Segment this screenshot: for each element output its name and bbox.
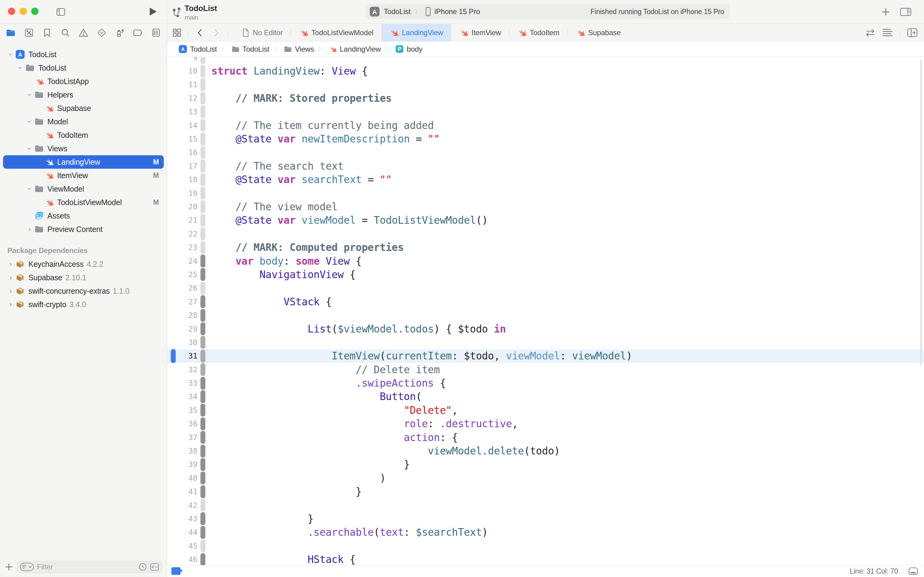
sidebar-item-todolist[interactable]: ›TodoList	[3, 61, 164, 74]
zoom-window-button[interactable]	[31, 8, 39, 15]
breadcrumb-item-landingview[interactable]: LandingView	[329, 45, 381, 54]
scrollbar[interactable]	[920, 60, 922, 365]
code-line-19[interactable]: 19	[167, 187, 924, 200]
disclosure-open-icon[interactable]: ›	[16, 64, 25, 72]
add-tab-icon[interactable]	[881, 7, 890, 16]
code-line-39[interactable]: 39 }	[167, 458, 924, 471]
code-line-9[interactable]: 9	[167, 57, 924, 64]
code-line-36[interactable]: 36 role: .destructive,	[167, 417, 924, 430]
sidebar-item-viewmodel[interactable]: ›ViewModel	[3, 182, 164, 196]
breadcrumb-item-body[interactable]: Pbody	[395, 45, 422, 53]
toggle-right-sidebar-icon[interactable]	[900, 7, 912, 17]
disclosure-closed-icon[interactable]: ›	[6, 260, 15, 268]
debug-spray-icon[interactable]	[114, 27, 125, 38]
code-line-44[interactable]: 44 .searchable(text: $searchText)	[167, 525, 924, 539]
breadcrumb-item-todolist[interactable]: TodoList	[232, 45, 269, 53]
code-line-33[interactable]: 33 .swipeActions {	[167, 376, 924, 390]
code-line-38[interactable]: 38 viewModel.delete(todo)	[167, 444, 924, 458]
code-line-37[interactable]: 37 action: {	[167, 430, 924, 444]
code-line-20[interactable]: 20 // The view model	[167, 200, 924, 213]
code-line-15[interactable]: 15 @State var newItemDescription = ""	[167, 132, 924, 145]
code-line-32[interactable]: 32 // Delete item	[167, 363, 924, 376]
code-line-42[interactable]: 42	[167, 498, 924, 512]
breadcrumb-item-todolist[interactable]: ATodoList	[179, 45, 217, 53]
issue-warning-icon[interactable]	[78, 27, 89, 38]
code-line-34[interactable]: 34 Button(	[167, 390, 924, 403]
code-line-11[interactable]: 11	[167, 78, 924, 91]
code-line-40[interactable]: 40 )	[167, 471, 924, 485]
code-line-31[interactable]: 31 ItemView(currentItem: $todo, viewMode…	[167, 349, 924, 363]
package-item-swift-concurrency-extras[interactable]: ›swift-concurrency-extras1.1.0	[3, 284, 164, 298]
code-line-27[interactable]: 27 VStack {	[167, 295, 924, 308]
scheme-status-pill[interactable]: A TodoList 〉 iPhone 15 Pro Finished runn…	[365, 4, 730, 19]
code-line-12[interactable]: 12 // MARK: Stored properties	[167, 91, 924, 105]
code-line-43[interactable]: 43 }	[167, 512, 924, 525]
forward-icon[interactable]	[211, 27, 222, 38]
tab-todolistviewmodel[interactable]: TodoListViewModel	[291, 24, 382, 41]
bookmark-icon[interactable]	[42, 27, 52, 38]
sidebar-item-itemview[interactable]: ItemViewM	[3, 169, 164, 182]
add-item-icon[interactable]	[5, 563, 13, 571]
tab-todoitem[interactable]: TodoItem	[509, 24, 567, 41]
disclosure-open-icon[interactable]: ›	[25, 185, 34, 193]
package-item-supabase[interactable]: ›Supabase2.10.1	[3, 271, 164, 284]
add-editor-icon[interactable]	[907, 28, 918, 38]
source-control-summary[interactable]: TodoList main	[172, 4, 217, 21]
sidebar-item-preview-content[interactable]: ›Preview Content	[3, 222, 164, 236]
scheme-target[interactable]: TodoList	[384, 7, 410, 16]
sidebar-item-todolistviewmodel[interactable]: TodoListViewModelM	[3, 196, 164, 209]
sidebar-item-views[interactable]: ›Views	[3, 142, 164, 155]
code-line-10[interactable]: 10struct LandingView: View {	[167, 64, 924, 77]
back-icon[interactable]	[195, 27, 205, 38]
disclosure-open-icon[interactable]: ›	[25, 144, 34, 153]
disclosure-open-icon[interactable]: ›	[25, 118, 34, 126]
swap-editors-icon[interactable]	[865, 28, 876, 37]
editor-grid-icon[interactable]	[172, 27, 182, 38]
tab-landingview[interactable]: LandingView	[382, 24, 451, 41]
report-list-icon[interactable]	[151, 27, 161, 38]
code-line-17[interactable]: 17 // The search text	[167, 159, 924, 172]
disclosure-closed-icon[interactable]: ›	[6, 273, 15, 282]
sidebar-item-todolistapp[interactable]: TodoListApp	[3, 74, 164, 88]
code-line-23[interactable]: 23 // MARK: Computed properties	[167, 240, 924, 254]
sidebar-item-todolist[interactable]: ›ATodoList	[3, 48, 164, 61]
code-line-25[interactable]: 25 NavigationView {	[167, 268, 924, 281]
jump-bar-breadcrumb[interactable]: ATodoList〉TodoList〉Views〉LandingView〉Pbo…	[167, 42, 924, 57]
code-line-46[interactable]: 46 HStack {	[167, 553, 924, 565]
disclosure-open-icon[interactable]: ›	[6, 50, 15, 59]
recent-clock-icon[interactable]	[138, 562, 147, 571]
toggle-left-sidebar-icon[interactable]	[56, 7, 66, 17]
code-line-16[interactable]: 16	[167, 146, 924, 159]
code-line-24[interactable]: 24 var body: some View {	[167, 254, 924, 268]
sidebar-item-assets[interactable]: Assets	[3, 209, 164, 222]
code-line-41[interactable]: 41 }	[167, 485, 924, 498]
code-area[interactable]: 910struct LandingView: View {1112 // MAR…	[167, 57, 924, 565]
toggle-bottom-bar-icon[interactable]	[908, 567, 919, 575]
disclosure-closed-icon[interactable]: ›	[25, 225, 34, 234]
package-item-swift-crypto[interactable]: ›swift-crypto3.4.0	[3, 298, 164, 311]
package-item-keychainaccess[interactable]: ›KeychainAccess4.2.2	[3, 257, 164, 271]
tab-itemview[interactable]: ItemView	[451, 24, 509, 41]
disclosure-closed-icon[interactable]: ›	[6, 287, 15, 295]
run-button[interactable]	[148, 7, 158, 16]
code-line-13[interactable]: 13	[167, 105, 924, 119]
disclosure-open-icon[interactable]: ›	[25, 90, 34, 99]
breakpoint-tag-icon[interactable]	[133, 27, 143, 38]
adjust-editor-blue-icon[interactable]	[171, 567, 183, 575]
project-navigator-folder-icon[interactable]	[5, 27, 16, 38]
flags-plusminus-icon[interactable]	[150, 563, 159, 571]
sidebar-item-helpers[interactable]: ›Helpers	[3, 88, 164, 102]
code-line-28[interactable]: 28	[167, 308, 924, 322]
code-line-30[interactable]: 30	[167, 335, 924, 349]
code-line-22[interactable]: 22	[167, 227, 924, 240]
tab-supabase[interactable]: Supabase	[568, 24, 629, 41]
scheme-device[interactable]: iPhone 15 Pro	[435, 7, 480, 16]
minimize-window-button[interactable]	[19, 8, 27, 15]
code-line-35[interactable]: 35 "Delete",	[167, 403, 924, 417]
sidebar-item-supabase[interactable]: Supabase	[3, 102, 164, 115]
search-icon[interactable]	[60, 27, 71, 38]
filter-input[interactable]: Filter	[17, 561, 163, 573]
code-line-18[interactable]: 18 @State var searchText = ""	[167, 173, 924, 187]
source-control-icon[interactable]	[24, 27, 34, 38]
test-diamond-icon[interactable]	[97, 27, 107, 38]
